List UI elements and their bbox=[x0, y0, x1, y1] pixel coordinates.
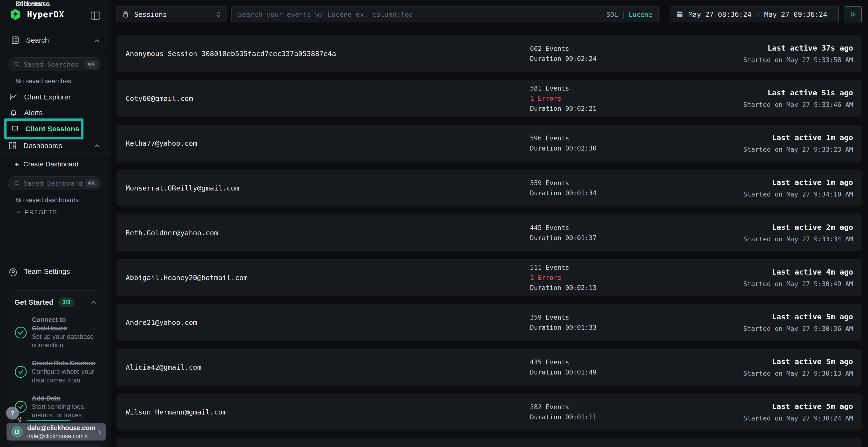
user-text: dale@clickhouse.com dale@clickhouse.com'… bbox=[27, 424, 94, 440]
session-duration: Duration 00:02:21 bbox=[530, 105, 704, 112]
sidebar-item-client-sessions[interactable]: Client Sessions bbox=[4, 118, 84, 139]
presets-toggle[interactable]: PRESETS bbox=[15, 209, 57, 216]
app-title: HyperDX bbox=[27, 10, 64, 19]
session-stats: 445 Events Duration 00:01:37 bbox=[530, 224, 704, 242]
session-stats: 602 Events Duration 00:02:24 bbox=[530, 45, 704, 62]
event-search-bar[interactable]: SQL | Lucene bbox=[231, 6, 659, 23]
session-duration: Duration 00:02:24 bbox=[530, 55, 704, 62]
get-started-steps: Connect to ClickHouse Set up your databa… bbox=[14, 316, 97, 419]
session-row[interactable]: Monserrat.OReilly@gmail.com 359 Events D… bbox=[117, 170, 862, 206]
session-times: Last active 5m ago Started on May 27 9:3… bbox=[704, 402, 853, 422]
session-last-active: Last active 5m ago bbox=[772, 312, 853, 321]
session-errors: 1 Errors bbox=[530, 95, 704, 102]
session-title: Beth.Goldner@yahoo.com bbox=[126, 229, 530, 237]
check-circle-icon bbox=[14, 326, 27, 339]
session-times: Last active 1m ago Started on May 27 9:3… bbox=[704, 178, 853, 198]
session-events: 581 Events bbox=[530, 84, 704, 92]
get-started-step[interactable]: Create Data Sources Configure where your… bbox=[14, 359, 97, 384]
session-events: 596 Events bbox=[530, 134, 704, 142]
get-started-step-title: Create Data Sources bbox=[32, 359, 97, 368]
session-last-active: Last active 5m ago bbox=[772, 357, 853, 366]
session-times: Last active 2m ago Started on May 27 9:3… bbox=[704, 223, 853, 243]
confetti-icon bbox=[17, 417, 23, 423]
time-range-picker[interactable]: May 27 08:36:24 - May 27 09:36:24 bbox=[670, 6, 839, 23]
search-icon bbox=[13, 61, 20, 68]
create-dashboard-button[interactable]: + Create Dashboard bbox=[14, 161, 79, 168]
session-last-active: Last active 2m ago bbox=[772, 223, 853, 232]
session-row[interactable]: Alicia42@gmail.com 435 Events Duration 0… bbox=[117, 349, 862, 386]
time-range-value: May 27 08:36:24 - May 27 09:36:24 bbox=[688, 10, 827, 19]
sidebar-section-search[interactable]: Search bbox=[10, 36, 49, 45]
check-circle-icon bbox=[14, 366, 27, 378]
sql-mode-button[interactable]: SQL bbox=[606, 11, 618, 18]
session-row[interactable]: Abbigail.Heaney20@hotmail.com 511 Events… bbox=[117, 259, 862, 296]
database-icon bbox=[122, 10, 129, 18]
session-stats: 435 Events Duration 00:01:49 bbox=[530, 358, 704, 376]
session-row[interactable] bbox=[117, 438, 862, 447]
session-title: Coty60@gmail.com bbox=[126, 94, 530, 103]
session-times: Last active 4m ago Started on May 27 9:3… bbox=[704, 268, 853, 287]
session-row[interactable]: Wilson_Hermann@gmail.com 282 Events Dura… bbox=[117, 393, 862, 431]
session-row[interactable]: Coty60@gmail.com 581 Events 1 Errors Dur… bbox=[117, 80, 862, 117]
session-row[interactable]: Beth.Goldner@yahoo.com 445 Events Durati… bbox=[117, 214, 862, 251]
saved-searches-input[interactable]: ⌘K bbox=[8, 57, 101, 71]
get-started-partial-step bbox=[17, 417, 70, 423]
session-list: Anonymous Session 308018eb535facd7cec337… bbox=[111, 29, 868, 447]
get-started-step-title: Connect to ClickHouse bbox=[32, 316, 97, 333]
sidebar-collapse-icon[interactable] bbox=[90, 10, 101, 21]
session-started: Started on May 27 9:33:23 AM bbox=[743, 146, 853, 153]
session-duration: Duration 00:01:37 bbox=[530, 234, 704, 242]
user-menu[interactable]: D dale@clickhouse.com dale@clickhouse.co… bbox=[6, 423, 106, 441]
chevron-up-icon[interactable] bbox=[91, 300, 97, 304]
session-times: Last active 51s ago Started on May 27 9:… bbox=[704, 89, 853, 108]
gear-icon bbox=[9, 267, 18, 276]
run-query-button[interactable] bbox=[844, 6, 862, 23]
session-started: Started on May 27 9:33:58 AM bbox=[743, 56, 853, 64]
dashboards-icon bbox=[8, 141, 17, 150]
session-duration: Duration 00:01:34 bbox=[530, 189, 704, 197]
saved-dashboards-field[interactable] bbox=[24, 180, 82, 187]
session-duration: Duration 00:01:33 bbox=[530, 324, 704, 331]
lucene-mode-button[interactable]: Lucene bbox=[628, 11, 652, 18]
sidebar-item-team-settings[interactable]: Team Settings bbox=[9, 267, 70, 276]
session-row[interactable]: Andre21@yahoo.com 359 Events Duration 00… bbox=[117, 304, 862, 341]
session-errors: 1 Errors bbox=[530, 274, 704, 281]
session-last-active: Last active 51s ago bbox=[768, 89, 853, 97]
calendar-icon bbox=[676, 10, 684, 18]
sidebar-item-alerts[interactable]: Alerts bbox=[9, 108, 43, 117]
event-search-input[interactable] bbox=[238, 10, 601, 19]
source-selector[interactable]: Sessions bbox=[116, 6, 227, 23]
session-times: Last active 5m ago Started on May 27 9:3… bbox=[704, 357, 853, 377]
preset-item[interactable]: Kubernetes bbox=[16, 0, 50, 8]
get-started-step-text: Add Data Start sending logs, metrics, or… bbox=[32, 394, 97, 419]
session-events: 511 Events bbox=[530, 264, 704, 271]
session-events: 602 Events bbox=[530, 45, 704, 52]
sidebar-section-dashboards[interactable]: Dashboards bbox=[8, 141, 62, 150]
bell-icon bbox=[9, 108, 18, 117]
sidebar-item-chart-explorer[interactable]: Chart Explorer bbox=[9, 93, 71, 102]
session-row[interactable]: Anonymous Session 308018eb535facd7cec337… bbox=[117, 35, 862, 72]
team-settings-label: Team Settings bbox=[24, 267, 70, 276]
search-section-icon bbox=[10, 36, 20, 45]
saved-dashboards-input[interactable]: ⌘K bbox=[8, 176, 101, 190]
get-started-header[interactable]: Get Started 3/3 bbox=[14, 298, 97, 307]
get-started-step[interactable]: Connect to ClickHouse Set up your databa… bbox=[14, 316, 97, 349]
avatar: D bbox=[11, 426, 23, 438]
session-stats: 596 Events Duration 00:02:30 bbox=[530, 134, 704, 152]
chevron-up-icon[interactable] bbox=[94, 38, 100, 43]
app-logo[interactable]: HyperDX bbox=[9, 8, 64, 21]
session-started: Started on May 27 9:34:10 AM bbox=[743, 191, 853, 198]
create-dashboard-label: Create Dashboard bbox=[23, 161, 79, 168]
chevron-up-icon[interactable] bbox=[94, 143, 100, 148]
session-row[interactable]: Retha77@yahoo.com 596 Events Duration 00… bbox=[117, 125, 862, 162]
get-started-progress-badge: 3/3 bbox=[58, 298, 74, 307]
help-button[interactable]: ? bbox=[6, 407, 19, 419]
session-title: Monserrat.OReilly@gmail.com bbox=[126, 184, 530, 192]
updown-chevron-icon bbox=[216, 11, 222, 18]
session-times: Last active 1m ago Started on May 27 9:3… bbox=[704, 133, 853, 153]
session-title: Anonymous Session 308018eb535facd7cec337… bbox=[126, 49, 530, 58]
saved-searches-field[interactable] bbox=[24, 61, 82, 68]
get-started-step[interactable]: Add Data Start sending logs, metrics, or… bbox=[14, 394, 97, 419]
session-stats: 581 Events 1 Errors Duration 00:02:21 bbox=[530, 84, 704, 112]
session-times: Last active 5m ago Started on May 27 9:3… bbox=[704, 312, 853, 332]
